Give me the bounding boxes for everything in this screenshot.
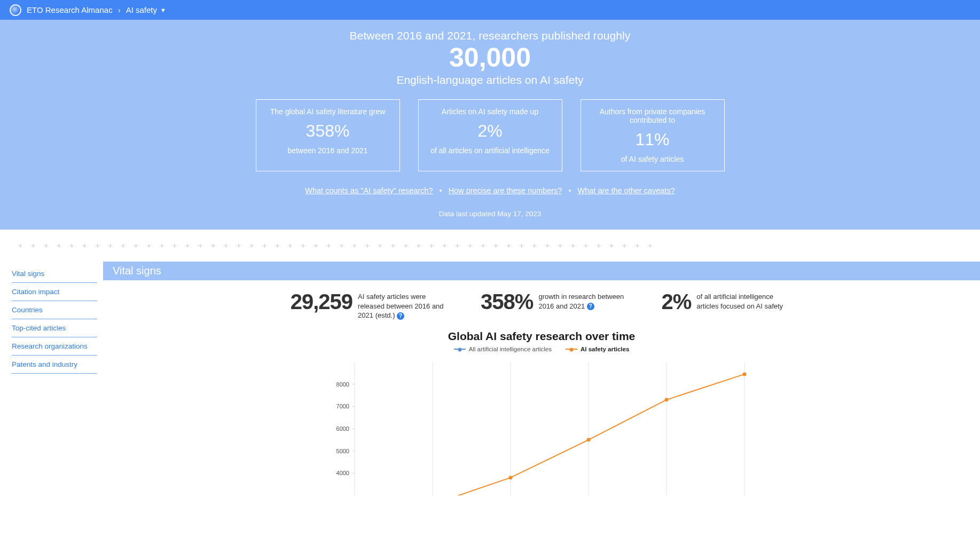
sidenav-item-citation-impact[interactable]: Citation impact bbox=[12, 283, 97, 301]
svg-text:7000: 7000 bbox=[336, 403, 349, 409]
legend-swatch-icon bbox=[454, 349, 466, 350]
stat-box-line-a: Articles on AI safety made up bbox=[429, 107, 551, 116]
svg-text:5000: 5000 bbox=[336, 447, 349, 454]
sidenav-item-top-cited[interactable]: Top-cited articles bbox=[12, 319, 97, 337]
stat-box-big: 11% bbox=[592, 130, 714, 149]
line-chart[interactable]: 40005000600070008000 bbox=[323, 357, 761, 495]
svg-point-16 bbox=[509, 476, 513, 479]
stat-box-line-b: of AI safety articles bbox=[592, 155, 714, 163]
metric: 29,259 AI safety articles were released … bbox=[291, 291, 454, 320]
legend-item[interactable]: All artificial intelligence articles bbox=[454, 346, 552, 352]
topic-dropdown[interactable]: AI safety ▼ bbox=[126, 5, 166, 14]
sidenav-item-countries[interactable]: Countries bbox=[12, 301, 97, 319]
brand-link[interactable]: ETO Research Almanac bbox=[27, 5, 113, 14]
metric-desc: growth in research between 2016 and 2021… bbox=[538, 291, 634, 311]
chevron-down-icon: ▼ bbox=[160, 7, 166, 13]
eto-logo-icon bbox=[10, 4, 21, 16]
topic-dropdown-label: AI safety bbox=[126, 5, 157, 14]
data-updated-label: Data last updated May 17, 2023 bbox=[0, 210, 980, 218]
info-icon[interactable]: ? bbox=[397, 312, 404, 320]
hero-faq-links: What counts as "AI safety" research? • H… bbox=[0, 186, 980, 195]
breadcrumb-caret-icon: › bbox=[118, 5, 121, 14]
hero-big-number: 30,000 bbox=[0, 43, 980, 73]
breadcrumb: ETO Research Almanac › AI safety ▼ bbox=[0, 0, 980, 20]
stat-box-big: 2% bbox=[429, 121, 551, 141]
legend-label: All artificial intelligence articles bbox=[469, 346, 552, 352]
svg-point-17 bbox=[587, 438, 591, 441]
svg-text:4000: 4000 bbox=[336, 470, 349, 476]
hero-line-3: English-language articles on AI safety bbox=[0, 74, 980, 86]
sidenav-item-patents-industry[interactable]: Patents and industry bbox=[12, 356, 97, 374]
faq-link[interactable]: What are the other caveats? bbox=[578, 186, 675, 195]
metric-desc-text: of all artificial intelligence articles … bbox=[696, 293, 783, 310]
sidenav-item-vital-signs[interactable]: Vital signs bbox=[12, 265, 97, 283]
svg-text:8000: 8000 bbox=[336, 381, 349, 387]
metric: 2% of all artificial intelligence articl… bbox=[661, 291, 793, 312]
metric: 358% growth in research between 2016 and… bbox=[481, 291, 634, 312]
legend-item[interactable]: AI safety articles bbox=[566, 346, 629, 352]
svg-text:6000: 6000 bbox=[336, 425, 349, 432]
svg-point-18 bbox=[665, 398, 669, 401]
faq-link[interactable]: How precise are these numbers? bbox=[449, 186, 562, 195]
stat-box-line-a: Authors from private companies contribut… bbox=[592, 107, 714, 124]
svg-point-19 bbox=[743, 372, 747, 376]
dot-separator-icon: • bbox=[568, 186, 571, 195]
stat-box-line-b: of all articles on artificial intelligen… bbox=[429, 146, 551, 155]
stat-box: The global AI safety literature grew 358… bbox=[256, 99, 400, 171]
faq-link[interactable]: What counts as "AI safety" research? bbox=[305, 186, 433, 195]
hero-stat-boxes: The global AI safety literature grew 358… bbox=[0, 99, 980, 171]
metric-big: 2% bbox=[661, 291, 691, 312]
stat-box-line-b: between 2016 and 2021 bbox=[267, 146, 389, 155]
metrics-row: 29,259 AI safety articles were released … bbox=[103, 280, 980, 326]
stat-box-big: 358% bbox=[267, 121, 389, 141]
stat-box: Articles on AI safety made up 2% of all … bbox=[418, 99, 562, 171]
hero-line-1: Between 2016 and 2021, researchers publi… bbox=[0, 29, 980, 42]
metric-big: 358% bbox=[481, 291, 533, 312]
chart-legend: All artificial intelligence articles AI … bbox=[323, 346, 761, 352]
chart-container: Global AI safety research over time All … bbox=[323, 330, 761, 495]
stat-box-line-a: The global AI safety literature grew bbox=[267, 107, 389, 116]
metric-desc: of all artificial intelligence articles … bbox=[696, 291, 793, 311]
legend-label: AI safety articles bbox=[581, 346, 629, 352]
hero-panel: Between 2016 and 2021, researchers publi… bbox=[0, 20, 980, 230]
dot-separator-icon: • bbox=[440, 186, 442, 195]
info-icon[interactable]: ? bbox=[587, 303, 594, 310]
section-sidenav: Vital signs Citation impact Countries To… bbox=[0, 262, 103, 495]
metric-big: 29,259 bbox=[291, 291, 352, 312]
metric-desc: AI safety articles were released between… bbox=[358, 291, 454, 320]
metric-desc-text: growth in research between 2016 and 2021 bbox=[538, 293, 624, 310]
legend-swatch-icon bbox=[566, 349, 577, 350]
decorative-plus-strip: + + + + + + + + + + + + + + + + + + + + … bbox=[0, 230, 980, 262]
sidenav-item-research-orgs[interactable]: Research organizations bbox=[12, 337, 97, 356]
chart-title: Global AI safety research over time bbox=[323, 330, 761, 343]
section-header: Vital signs bbox=[103, 262, 980, 280]
stat-box: Authors from private companies contribut… bbox=[581, 99, 725, 171]
